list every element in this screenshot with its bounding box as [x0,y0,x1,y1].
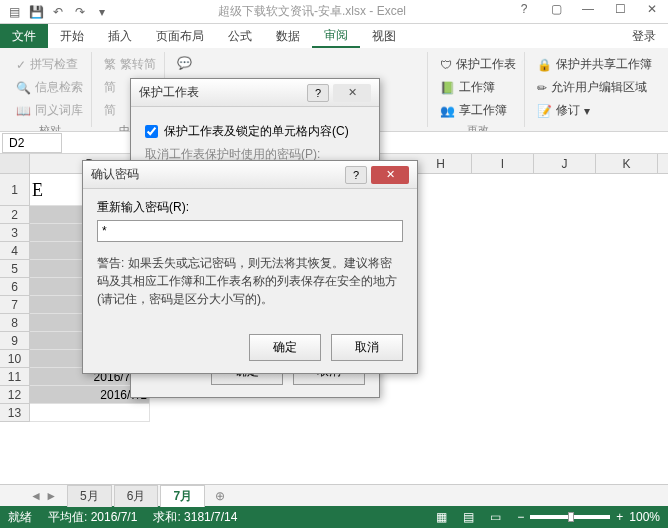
col-header[interactable]: K [596,154,658,173]
zoom-out-icon[interactable]: − [517,510,524,524]
tab-layout[interactable]: 页面布局 [144,24,216,48]
qat-dropdown-icon[interactable]: ▾ [92,2,112,22]
sheet-tab-jul[interactable]: 7月 [160,485,205,507]
sheet-nav[interactable]: ◄ ► [30,489,57,503]
redo-icon[interactable]: ↷ [70,2,90,22]
ribbon-toggle-icon[interactable]: ▢ [544,2,568,22]
minimize-icon[interactable]: — [576,2,600,22]
dialog-help-icon[interactable]: ? [345,166,367,184]
row-header[interactable]: 12 [0,386,30,404]
row-header[interactable]: 9 [0,332,30,350]
name-box[interactable]: D2 [2,133,62,153]
simp-icon: 简 [104,79,116,96]
share-button[interactable]: 👥享工作簿 [436,100,520,121]
checkbox[interactable] [145,125,158,138]
tab-formula[interactable]: 公式 [216,24,264,48]
research-icon: 🔍 [16,81,31,95]
book-icon: 📗 [440,81,455,95]
allow-edit-button[interactable]: ✏允许用户编辑区域 [533,77,656,98]
sheet-tab-jun[interactable]: 6月 [114,485,159,507]
tab-file[interactable]: 文件 [0,24,48,48]
tab-data[interactable]: 数据 [264,24,312,48]
comment-icon-1[interactable]: 💬 [173,54,423,72]
password-input[interactable] [97,220,403,242]
ribbon-tabs: 文件 开始 插入 页面布局 公式 数据 审阅 视图 登录 [0,24,668,48]
shield-icon: 🛡 [440,58,452,72]
thesaurus-button[interactable]: 📖同义词库 [12,100,87,121]
tab-view[interactable]: 视图 [360,24,408,48]
dialog-confirm-password: 确认密码 ? ✕ 重新输入密码(R): 警告: 如果丢失或忘记密码，则无法将其恢… [82,160,418,374]
help-icon[interactable]: ? [512,2,536,22]
row-header[interactable]: 1 [0,174,30,206]
protect-share-button[interactable]: 🔒保护并共享工作簿 [533,54,656,75]
protect-sheet-button[interactable]: 🛡保护工作表 [436,54,520,75]
view-normal-icon[interactable]: ▦ [436,510,447,524]
simplified-button[interactable]: 繁繁转简 [100,54,160,75]
row-header[interactable]: 3 [0,224,30,242]
row-header[interactable]: 11 [0,368,30,386]
trad-icon: 繁 [104,56,116,73]
titlebar: ▤ 💾 ↶ ↷ ▾ 超级下载软文资讯-安卓.xlsx - Excel ? ▢ —… [0,0,668,24]
dialog-help-icon[interactable]: ? [307,84,329,102]
group-proofing: ✓拼写检查 🔍信息检索 📖同义词库 校对 [8,52,92,127]
zoom-in-icon[interactable]: + [616,510,623,524]
track-icon: 📝 [537,104,552,118]
row-header[interactable]: 7 [0,296,30,314]
row-header[interactable]: 5 [0,260,30,278]
save-icon[interactable]: 💾 [26,2,46,22]
protect-contents-checkbox[interactable]: 保护工作表及锁定的单元格内容(C) [145,123,365,140]
zoom-slider[interactable] [530,515,610,519]
spellcheck-icon: ✓ [16,58,26,72]
group-label-proofing: 校对 [12,123,87,132]
window-controls: ? ▢ — ☐ ✕ [512,2,664,22]
tab-review[interactable]: 审阅 [312,24,360,48]
zoom-value[interactable]: 100% [629,510,660,524]
workbook-button[interactable]: 📗工作簿 [436,77,520,98]
share-icon: 👥 [440,104,455,118]
tab-home[interactable]: 开始 [48,24,96,48]
dialog-titlebar[interactable]: 保护工作表 ? ✕ [131,79,379,107]
row-header[interactable]: 2 [0,206,30,224]
row-header[interactable]: 8 [0,314,30,332]
maximize-icon[interactable]: ☐ [608,2,632,22]
select-all-corner[interactable] [0,154,30,173]
login-link[interactable]: 登录 [620,24,668,49]
warning-text: 警告: 如果丢失或忘记密码，则无法将其恢复。建议将密码及其相应工作簿和工作表名称… [97,254,403,308]
view-layout-icon[interactable]: ▤ [463,510,474,524]
undo-icon[interactable]: ↶ [48,2,68,22]
zoom-control[interactable]: − + 100% [517,510,660,524]
group-changes2: 🔒保护并共享工作簿 ✏允许用户编辑区域 📝修订 ▾ [529,52,660,127]
dialog-close-icon[interactable]: ✕ [371,166,409,184]
dialog-titlebar[interactable]: 确认密码 ? ✕ [83,161,417,189]
sheet-tabs: ◄ ► 5月 6月 7月 ⊕ [0,484,668,506]
new-sheet-button[interactable]: ⊕ [207,489,233,503]
close-icon[interactable]: ✕ [640,2,664,22]
cell[interactable] [30,404,150,422]
zoom-thumb[interactable] [568,512,574,522]
spellcheck-button[interactable]: ✓拼写检查 [12,54,87,75]
cancel-button[interactable]: 取消 [331,334,403,361]
row-header[interactable]: 4 [0,242,30,260]
group-label-changes: 更改 [436,123,520,132]
row-header[interactable]: 6 [0,278,30,296]
statusbar: 就绪 平均值: 2016/7/1 求和: 3181/7/14 ▦ ▤ ▭ − +… [0,506,668,528]
table-row: 13 [0,404,668,422]
research-button[interactable]: 🔍信息检索 [12,77,87,98]
sheet-tab-may[interactable]: 5月 [67,485,112,507]
status-sum: 求和: 3181/7/14 [153,509,237,526]
view-break-icon[interactable]: ▭ [490,510,501,524]
group-changes: 🛡保护工作表 📗工作簿 👥享工作簿 更改 [432,52,525,127]
dialog-buttons: 确定 取消 [83,326,417,373]
col-header[interactable]: H [410,154,472,173]
col-header[interactable]: J [534,154,596,173]
col-header[interactable]: I [472,154,534,173]
row-header[interactable]: 13 [0,404,30,422]
ok-button[interactable]: 确定 [249,334,321,361]
tab-insert[interactable]: 插入 [96,24,144,48]
row-header[interactable]: 10 [0,350,30,368]
excel-icon[interactable]: ▤ [4,2,24,22]
dialog-close-icon[interactable]: ✕ [333,84,371,102]
track-changes-button[interactable]: 📝修订 ▾ [533,100,656,121]
checkbox-label: 保护工作表及锁定的单元格内容(C) [164,123,349,140]
edit-range-icon: ✏ [537,81,547,95]
